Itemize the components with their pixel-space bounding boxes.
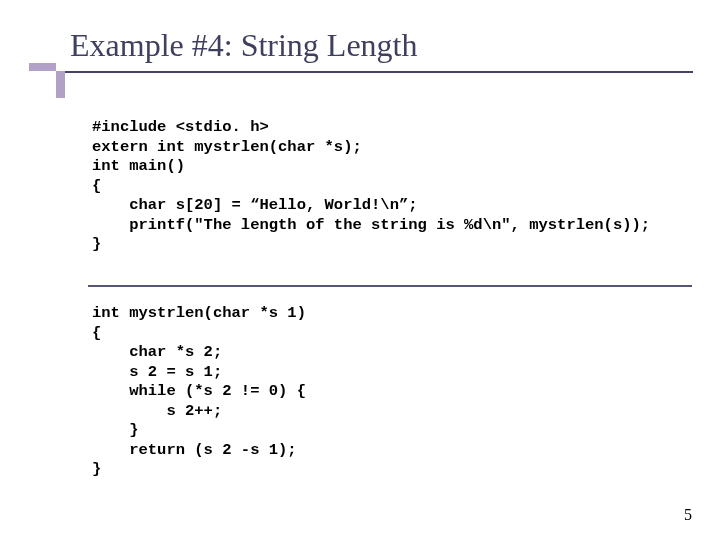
slide-title: Example #4: String Length — [70, 27, 418, 64]
page-number: 5 — [684, 506, 692, 524]
slide: Example #4: String Length #include <stdi… — [0, 0, 720, 540]
code-block-function: int mystrlen(char *s 1) { char *s 2; s 2… — [92, 304, 306, 480]
title-area: Example #4: String Length — [0, 0, 720, 98]
accent-bar-vertical — [56, 71, 65, 98]
section-divider — [88, 285, 692, 287]
accent-bar-horizontal — [29, 63, 56, 71]
code-block-main: #include <stdio. h> extern int mystrlen(… — [92, 118, 650, 255]
title-underline — [65, 71, 693, 73]
